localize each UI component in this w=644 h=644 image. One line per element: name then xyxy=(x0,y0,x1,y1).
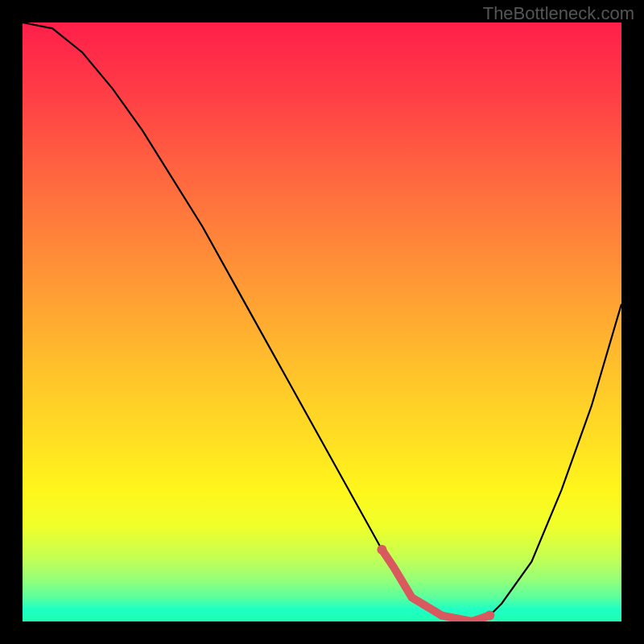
watermark-text: TheBottleneck.com xyxy=(483,3,634,24)
highlight-endpoint-left xyxy=(377,545,386,555)
highlight-segment xyxy=(382,550,489,621)
chart-plot-area xyxy=(23,23,621,621)
chart-svg xyxy=(23,23,621,621)
highlight-endpoint-right xyxy=(485,611,494,621)
bottleneck-curve-line xyxy=(23,23,621,621)
